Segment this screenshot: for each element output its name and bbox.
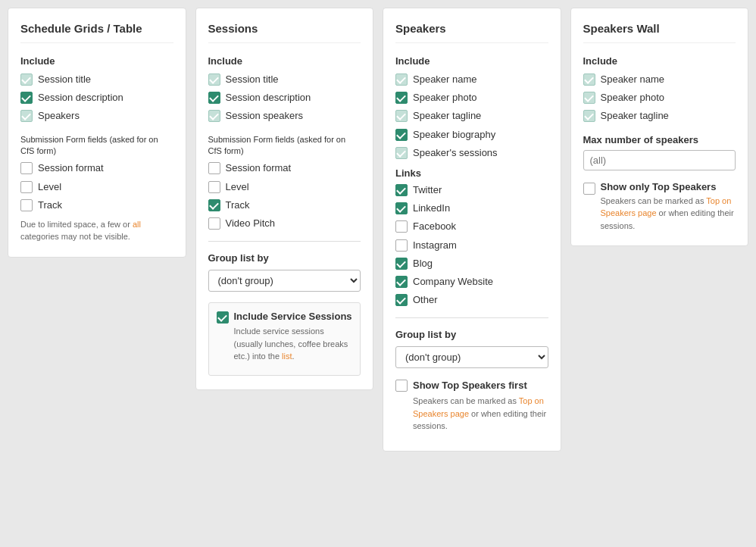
session-desc-label-2: Session description [226,91,311,105]
notice-link-1[interactable]: all [133,220,141,229]
instagram-label: Instagram [413,239,457,252]
session-speakers-label: Session speakers [226,109,304,123]
include-label-3: Include [395,55,548,67]
show-only-top-checkbox[interactable] [583,183,595,195]
group-label-3: Group list by [395,329,548,340]
service-link[interactable]: list [282,352,292,361]
speaker-bio-label: Speaker biography [413,128,495,142]
speaker-photo-checkbox[interactable] [395,92,408,104]
checkbox-row: Speaker tagline [395,109,548,123]
checkbox-row: Level [20,180,173,194]
session-title-label-1: Session title [38,73,91,86]
top-speakers-link[interactable]: Top on Speakers page [413,396,544,418]
show-top-checkbox[interactable] [395,380,408,392]
speaker-name-checkbox[interactable] [395,73,408,86]
checkbox-row: Speaker tagline [583,109,736,123]
speaker-bio-checkbox[interactable] [395,129,408,141]
show-only-top-label: Show only Top Speakers [601,181,717,192]
checkbox-row: Twitter [395,183,548,197]
max-speakers-input[interactable] [583,150,736,170]
other-label: Other [413,293,438,307]
include-label-1: Include [20,55,173,67]
checkbox-row: LinkedIn [395,202,548,215]
facebook-checkbox[interactable] [395,220,408,233]
level-checkbox-2[interactable] [208,181,220,193]
include-label-4: Include [583,55,736,67]
show-top-desc: Speakers can be marked as Top on Speaker… [413,395,548,433]
checkbox-row: Speaker's sessions [395,146,548,160]
checkbox-row: Session description [208,91,361,105]
checkbox-row: Include Service Sessions Include service… [217,311,353,363]
linkedin-label: LinkedIn [413,202,450,215]
session-title-checkbox-1[interactable] [20,73,33,86]
group-select-2[interactable]: (don't group) By Track By Level By Forma… [208,270,361,292]
links-label: Links [395,167,548,179]
checkbox-row: Blog [395,257,548,270]
show-top-label: Show Top Speakers first [413,380,527,391]
session-format-checkbox-1[interactable] [20,162,33,174]
checkbox-row: Speaker name [395,73,548,86]
service-title: Include Service Sessions [234,311,353,322]
session-format-label-2: Session format [226,161,292,175]
twitter-label: Twitter [413,183,442,197]
company-website-label: Company Website [413,275,493,289]
speaker-name-label: Speaker name [413,73,477,86]
sw-speaker-photo-checkbox[interactable] [583,92,595,104]
session-desc-checkbox-1[interactable] [20,92,33,104]
instagram-checkbox[interactable] [395,239,408,252]
show-only-top-desc: Speakers can be marked as Top on Speaker… [601,195,736,233]
include-service-box: Include Service Sessions Include service… [208,302,361,376]
show-only-top-section: Show only Top Speakers Speakers can be m… [583,181,736,233]
other-checkbox[interactable] [395,294,408,306]
checkbox-row: Session title [20,73,173,86]
session-format-checkbox-2[interactable] [208,162,220,174]
speaker-sessions-label: Speaker's sessions [413,146,498,160]
checkbox-row: Session format [20,161,173,175]
session-format-label-1: Session format [38,161,104,175]
checkbox-row: Instagram [395,239,548,252]
speakers-wall-title: Speakers Wall [583,22,736,43]
sw-speaker-tagline-label: Speaker tagline [601,109,669,123]
group-select-3[interactable]: (don't group) By Track By Level [395,346,548,368]
sw-speaker-tagline-checkbox[interactable] [583,110,595,122]
checkbox-row: Speaker name [583,73,736,86]
sw-speaker-name-label: Speaker name [601,73,665,86]
checkbox-row: Speaker biography [395,128,548,142]
group-label-2: Group list by [208,252,361,264]
video-pitch-checkbox[interactable] [208,217,220,230]
top-speakers-link-2[interactable]: Top on Speakers page [601,196,732,218]
speakers-title: Speakers [395,22,548,43]
level-checkbox-1[interactable] [20,181,33,193]
session-title-checkbox-2[interactable] [208,73,220,86]
video-pitch-label: Video Pitch [226,217,276,230]
sessions-card: Sessions Include Session title Session d… [195,8,374,390]
session-title-label-2: Session title [226,73,279,86]
speakers-label-1: Speakers [38,109,80,123]
session-speakers-checkbox[interactable] [208,110,220,122]
speaker-sessions-checkbox[interactable] [395,147,408,159]
speaker-tagline-checkbox[interactable] [395,110,408,122]
session-desc-checkbox-2[interactable] [208,92,220,104]
sessions-title: Sessions [208,22,361,43]
track-checkbox-2[interactable] [208,199,220,211]
checkbox-row: Session description [20,91,173,105]
speakers-checkbox-1[interactable] [20,110,33,122]
blog-checkbox[interactable] [395,258,408,270]
checkbox-row: Facebook [395,220,548,233]
sw-speaker-photo-label: Speaker photo [601,91,665,105]
checkbox-row: Session title [208,73,361,86]
speaker-tagline-label: Speaker tagline [413,109,481,123]
linkedin-checkbox[interactable] [395,202,408,214]
twitter-checkbox[interactable] [395,184,408,196]
checkbox-row: Speakers [20,109,173,123]
level-label-2: Level [226,180,249,194]
company-website-checkbox[interactable] [395,276,408,288]
checkbox-row: Session speakers [208,109,361,123]
checkbox-row: Company Website [395,275,548,289]
speakers-card: Speakers Include Speaker name Speaker ph… [383,8,561,452]
sw-speaker-name-checkbox[interactable] [583,73,595,86]
max-speakers-label: Max number of speakers [583,134,736,145]
track-checkbox-1[interactable] [20,199,33,211]
include-service-checkbox[interactable] [217,311,229,324]
track-label-1: Track [38,198,62,212]
